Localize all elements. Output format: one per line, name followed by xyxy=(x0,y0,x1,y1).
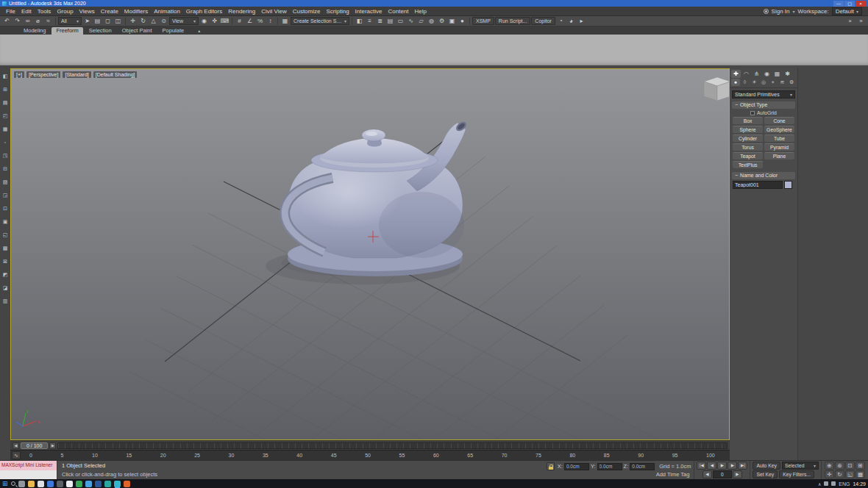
maxscript-input-line[interactable] xyxy=(0,470,57,480)
tab-selection[interactable]: Selection xyxy=(85,27,116,35)
keyboard-override-icon[interactable]: ⌨ xyxy=(220,17,230,26)
render-setup-icon[interactable]: ⚙ xyxy=(437,17,447,26)
left-toolbar-icon[interactable]: ◳ xyxy=(1,152,9,159)
left-toolbar-icon[interactable]: ◩ xyxy=(1,271,9,279)
track-bar[interactable]: ∿ 05101520253035404550556065707580859095… xyxy=(10,450,730,460)
viewport-per-view-menu[interactable]: [Standard] xyxy=(63,71,90,78)
time-slider[interactable]: ◀ 0 / 100 ▶ xyxy=(10,440,730,450)
ribbon-toggle-icon[interactable]: ▭ xyxy=(396,17,405,26)
frame-back-spinner[interactable]: ◀ xyxy=(702,470,712,478)
zoom-all-icon[interactable]: ⊛ xyxy=(835,462,844,470)
frame-ruler[interactable]: 0510152025303540455055606570758085909510… xyxy=(24,451,725,460)
render-production-icon[interactable]: ● xyxy=(458,17,467,26)
tab-modeling[interactable]: Modeling xyxy=(19,27,50,35)
app-icon[interactable] xyxy=(76,481,82,487)
tray-icon[interactable] xyxy=(824,481,828,486)
play-button[interactable]: ▶ xyxy=(717,462,727,470)
tray-icon[interactable] xyxy=(831,481,836,486)
plane-button[interactable]: Plane xyxy=(764,152,794,159)
angle-snap-icon[interactable]: ∠ xyxy=(245,17,255,26)
copitor-button[interactable]: Copitor xyxy=(531,17,555,25)
left-toolbar-icon[interactable]: ◧ xyxy=(1,73,9,80)
viewport-shading-menu[interactable]: [Default Shading] xyxy=(93,71,138,78)
run-script-button[interactable]: Run Script... xyxy=(495,17,531,25)
object-name-field[interactable] xyxy=(733,181,783,189)
cone-button[interactable]: Cone xyxy=(764,117,794,124)
maxscript-macro-line[interactable]: MAXScript Mini Listener xyxy=(0,461,57,470)
geometry-tab[interactable]: ● xyxy=(731,79,740,86)
left-toolbar-icon[interactable]: ◰ xyxy=(1,112,9,120)
key-target-dropdown[interactable]: Selected ▾ xyxy=(782,462,819,470)
edit-named-sets-icon[interactable]: ▦ xyxy=(280,17,290,26)
geosphere-button[interactable]: GeoSphere xyxy=(764,126,794,133)
left-toolbar-icon[interactable]: ◲ xyxy=(1,192,9,199)
left-toolbar-icon[interactable]: ▦ xyxy=(1,126,9,133)
task-view-icon[interactable] xyxy=(18,481,25,487)
pan-icon[interactable]: ✛ xyxy=(825,470,834,478)
app-icon[interactable] xyxy=(66,481,73,487)
torus-button[interactable]: Torus xyxy=(733,143,763,151)
current-frame-field[interactable] xyxy=(713,470,732,478)
menu-item[interactable]: Modifiers xyxy=(121,8,151,15)
app-icon[interactable] xyxy=(85,481,92,487)
box-button[interactable]: Box xyxy=(733,117,763,124)
schematic-view-icon[interactable]: ▱ xyxy=(416,17,426,26)
helpers-tab[interactable]: ⌖ xyxy=(769,79,778,86)
start-button[interactable]: ⊞ xyxy=(2,479,8,488)
pyramid-button[interactable]: Pyramid xyxy=(764,143,794,151)
orbit-icon[interactable]: ↻ xyxy=(835,470,844,478)
viewport-pov-menu[interactable]: [Perspective] xyxy=(26,71,60,78)
toolbar-close-icon[interactable]: × xyxy=(845,17,855,26)
hierarchy-tab[interactable]: ⋔ xyxy=(752,70,761,78)
spinner-snap-icon[interactable]: ↕ xyxy=(266,17,275,26)
create-tab[interactable]: ✚ xyxy=(731,70,741,78)
tube-button[interactable]: Tube xyxy=(764,134,794,142)
textplus-button[interactable]: TextPlus xyxy=(733,161,763,168)
left-toolbar-icon[interactable]: ▤ xyxy=(1,99,9,107)
rendered-frame-icon[interactable]: ▣ xyxy=(447,17,457,26)
menu-item[interactable]: File xyxy=(3,8,18,15)
perspective-viewport[interactable]: [+] [Perspective] [Standard] [Default Sh… xyxy=(10,68,730,440)
mini-curve-editor-button[interactable]: ∿ xyxy=(12,451,21,459)
lights-tab[interactable]: ☀ xyxy=(750,79,758,86)
language-indicator[interactable]: ENG xyxy=(839,481,850,487)
teapot-button[interactable]: Teapot xyxy=(733,152,763,159)
left-toolbar-icon[interactable]: ▨ xyxy=(1,179,9,186)
left-toolbar-icon[interactable]: ⊞ xyxy=(1,86,9,93)
frame-forward-spinner[interactable]: ▶ xyxy=(733,470,742,478)
autogrid-checkbox[interactable] xyxy=(750,111,755,115)
undo-icon[interactable]: ↶ xyxy=(2,17,12,26)
z-coordinate-field[interactable] xyxy=(630,463,655,470)
maximize-button[interactable]: ▢ xyxy=(844,1,855,7)
spacewarps-tab[interactable]: ≋ xyxy=(778,79,787,86)
next-frame-button[interactable]: ▶ xyxy=(728,462,737,470)
select-and-move-icon[interactable]: ✛ xyxy=(128,17,138,26)
layer-explorer-icon[interactable]: ▤ xyxy=(385,17,395,26)
maximize-viewport-icon[interactable]: ◱ xyxy=(845,470,855,478)
menu-item[interactable]: Group xyxy=(54,8,76,15)
key-filters-button[interactable]: Key Filters... xyxy=(779,470,814,478)
zoom-icon[interactable]: ⊕ xyxy=(825,462,834,470)
sign-in-button[interactable]: Sign In xyxy=(772,8,790,15)
maxscript-mini-listener[interactable]: MAXScript Mini Listener xyxy=(0,461,57,479)
object-type-rollout-header[interactable]: − Object Type xyxy=(732,101,795,109)
left-toolbar-icon[interactable]: ▣ xyxy=(1,218,9,226)
left-toolbar-icon[interactable]: ◪ xyxy=(1,284,9,292)
tab-populate[interactable]: Populate xyxy=(158,27,189,35)
left-toolbar-icon[interactable]: ⊡ xyxy=(1,205,9,212)
minimize-button[interactable]: — xyxy=(833,1,844,7)
clock[interactable]: 14:29 xyxy=(853,481,866,487)
object-color-swatch[interactable] xyxy=(784,181,792,189)
left-toolbar-icon[interactable]: ⊠ xyxy=(1,258,9,265)
menu-item[interactable]: Graph Editors xyxy=(183,8,225,15)
viewport-general-menu[interactable]: [+] xyxy=(14,71,24,78)
left-toolbar-icon[interactable]: ▩ xyxy=(1,245,9,252)
unlink-selection-icon[interactable]: ⌀ xyxy=(33,17,43,26)
left-toolbar-icon[interactable]: ▫ xyxy=(1,139,9,146)
zoom-region-icon[interactable]: ⊞ xyxy=(855,462,865,470)
auto-key-button[interactable]: Auto Key xyxy=(753,462,780,470)
word-icon[interactable] xyxy=(95,481,102,487)
firefox-icon[interactable] xyxy=(124,481,130,487)
motion-tab[interactable]: ◉ xyxy=(762,70,772,78)
select-by-name-icon[interactable]: ▤ xyxy=(93,17,102,26)
